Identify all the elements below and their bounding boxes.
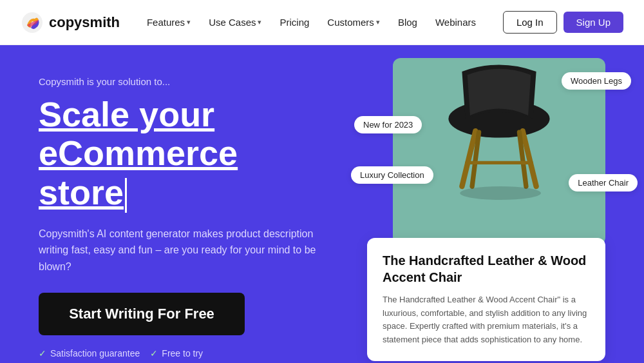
- customers-chevron-icon: ▾: [376, 18, 380, 26]
- hero-title-line3: store: [39, 173, 124, 211]
- hero-right: Wooden Legs New for 2023 Luxury Collecti…: [367, 58, 625, 361]
- nav-customers[interactable]: Customers ▾: [321, 13, 386, 32]
- check-label-1: Satisfaction guarantee: [50, 348, 140, 358]
- nav-features[interactable]: Features ▾: [140, 13, 197, 32]
- tag-leather-chair: Leather Chair: [569, 174, 638, 191]
- nav-pricing[interactable]: Pricing: [273, 13, 316, 32]
- nav-use-cases[interactable]: Use Cases ▾: [202, 13, 268, 32]
- nav-blog[interactable]: Blog: [392, 13, 424, 32]
- hero-left: Copysmith is your solution to... Scale y…: [39, 76, 322, 363]
- tag-wooden-legs: Wooden Legs: [562, 72, 631, 90]
- hero-description: Copysmith's AI content generator makes p…: [39, 226, 322, 275]
- use-cases-chevron-icon: ▾: [258, 18, 261, 26]
- nav-actions: Log In Sign Up: [503, 11, 623, 34]
- product-description: The Handcrafted Leather & Wood Accent Ch…: [383, 293, 590, 347]
- hero-title-line1: Scale your: [39, 95, 214, 133]
- hero-subtitle: Copysmith is your solution to...: [39, 76, 322, 87]
- tag-luxury-collection: Luxury Collection: [351, 166, 433, 184]
- svg-point-7: [460, 186, 541, 200]
- features-chevron-icon: ▾: [187, 18, 191, 26]
- hero-title-line2: eCommerce: [39, 133, 238, 172]
- signup-button[interactable]: Sign Up: [564, 12, 623, 33]
- login-button[interactable]: Log In: [503, 11, 557, 34]
- product-title: The Handcrafted Leather & Wood Accent Ch…: [383, 252, 590, 286]
- nav-webinars[interactable]: Webinars: [429, 13, 482, 32]
- logo[interactable]: copysmith: [21, 11, 120, 34]
- nav-links: Features ▾ Use Cases ▾ Pricing Customers…: [140, 13, 482, 32]
- check-satisfaction: ✓ Satisfaction guarantee ✓ Free to try: [39, 348, 322, 358]
- check-label-2: Free to try: [162, 348, 203, 358]
- tag-new-2023: New for 2023: [354, 116, 422, 133]
- logo-text: copysmith: [49, 14, 120, 31]
- cta-button[interactable]: Start Writing For Free: [39, 293, 245, 335]
- logo-icon: [21, 11, 44, 34]
- hero-title: Scale your eCommerce store: [39, 95, 322, 213]
- check-icon-2: ✓: [150, 348, 158, 358]
- chair-image: [428, 48, 570, 210]
- check-icon-1: ✓: [39, 348, 46, 358]
- navbar: copysmith Features ▾ Use Cases ▾ Pricing…: [0, 0, 644, 45]
- hero-section: Copysmith is your solution to... Scale y…: [0, 45, 644, 363]
- text-cursor: [125, 178, 127, 213]
- hero-checks: ✓ Satisfaction guarantee ✓ Free to try ✓…: [39, 348, 322, 363]
- product-description-card: The Handcrafted Leather & Wood Accent Ch…: [367, 238, 605, 361]
